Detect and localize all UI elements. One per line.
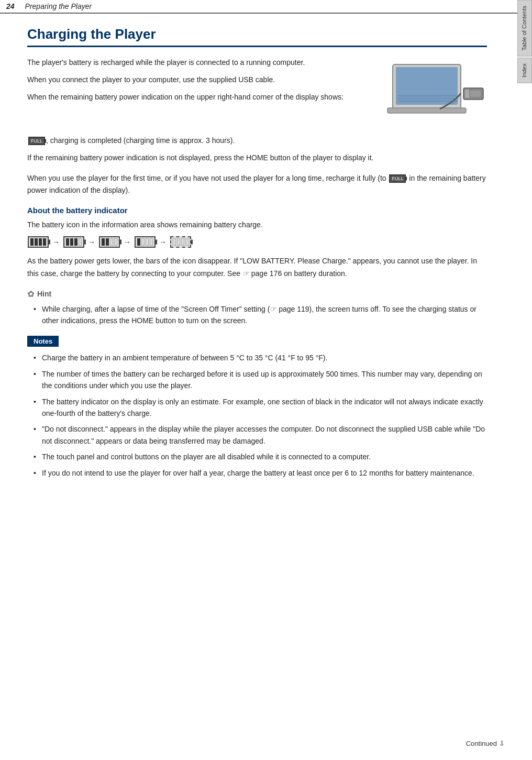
svg-rect-1 (396, 67, 458, 105)
batt-bar-4 (43, 238, 46, 246)
sidebar-tab-index[interactable]: Index (517, 58, 532, 83)
ref-link-1: ☞ (242, 269, 249, 278)
continued-label: Continued (466, 740, 497, 747)
hint-list: While charging, after a lapse of time of… (27, 303, 487, 327)
batt-bar-1 (30, 238, 34, 246)
battery-indicator-heading: About the battery indicator (27, 206, 487, 215)
batt-bar-8 (79, 238, 82, 246)
intro-para-1: The player's battery is recharged while … (27, 57, 372, 69)
continued-footer: Continued ⇩ (466, 740, 505, 747)
batt-bar-13 (137, 238, 140, 246)
page-number: 24 (6, 2, 15, 10)
batt-bar-7 (74, 238, 77, 246)
full-battery-inline-2: FULL (389, 174, 406, 183)
hint-title: ✿ Hint (27, 289, 487, 299)
batt-bar-20 (185, 238, 189, 246)
batt-bar-9 (102, 238, 105, 246)
note-item-1: Charge the battery in an ambient tempera… (34, 352, 487, 364)
batt-bar-6 (70, 238, 73, 246)
batt-bar-18 (177, 238, 180, 246)
batt-bar-2 (35, 238, 38, 246)
notes-list: Charge the battery in an ambient tempera… (27, 352, 487, 479)
batt-bar-5 (66, 238, 69, 246)
note-item-2: The number of times the battery can be r… (34, 368, 487, 392)
batt-bar-19 (181, 238, 184, 246)
note-item-3: The battery indicator on the display is … (34, 396, 487, 420)
intro-section: The player's battery is recharged while … (27, 57, 487, 126)
intro-para-2: When you connect the player to your comp… (27, 74, 372, 86)
batt-bar-15 (146, 238, 149, 246)
charging-complete-para: FULL, charging is completed (charging ti… (27, 135, 487, 147)
right-sidebar: Table of Contents Index (515, 0, 532, 760)
battery-three-quarter-icon (63, 236, 84, 248)
battery-icons-diagram: → → → → (27, 236, 487, 248)
hint-item-1: While charging, after a lapse of time of… (34, 303, 487, 327)
notes-section: Notes Charge the battery in an ambient t… (27, 336, 487, 479)
svg-rect-4 (465, 90, 469, 98)
arrow-2: → (88, 238, 95, 246)
hint-section: ✿ Hint While charging, after a lapse of … (27, 289, 487, 327)
ref-link-2: ☞ (270, 305, 276, 313)
batt-bar-17 (173, 238, 176, 246)
batt-bar-16 (150, 238, 153, 246)
svg-rect-5 (470, 91, 481, 97)
battery-indicator-desc: The battery icon in the information area… (27, 219, 487, 231)
notes-badge: Notes (27, 336, 59, 347)
header-bar: 24 Preparing the Player (0, 0, 532, 14)
laptop-image-container (382, 57, 487, 126)
laptop-svg (382, 57, 487, 125)
hint-icon: ✿ (27, 289, 34, 299)
batt-bar-3 (39, 238, 42, 246)
arrow-4: → (159, 238, 167, 246)
intro-text: The player's battery is recharged while … (27, 57, 372, 126)
battery-half-icon (99, 236, 120, 248)
continued-arrow: ⇩ (499, 740, 505, 747)
batt-bar-10 (106, 238, 109, 246)
arrow-1: → (52, 238, 60, 246)
arrow-3: → (124, 238, 131, 246)
battery-empty-icon (170, 236, 191, 248)
full-battery-inline: FULL (28, 137, 45, 145)
svg-rect-2 (387, 108, 466, 113)
lower-para: As the battery power gets lower, the bar… (27, 255, 487, 279)
batt-bar-12 (114, 238, 117, 246)
battery-quarter-icon (135, 236, 156, 248)
note-item-6: If you do not intend to use the player f… (34, 467, 487, 479)
sidebar-tab-toc[interactable]: Table of Contents (517, 0, 532, 57)
battery-full-icon (28, 236, 49, 248)
batt-bar-14 (141, 238, 145, 246)
intro-para-3: When the remaining battery power indicat… (27, 91, 372, 103)
first-use-para: When you use the player for the first ti… (27, 172, 487, 196)
header-title: Preparing the Player (25, 2, 92, 10)
note-item-5: The touch panel and control buttons on t… (34, 451, 487, 462)
main-content: Charging the Player The player's battery… (0, 14, 514, 500)
page-title: Charging the Player (27, 26, 487, 47)
batt-bar-11 (110, 238, 113, 246)
hint-label: Hint (37, 290, 51, 298)
note-item-4: "Do not disconnect." appears in the disp… (34, 423, 487, 447)
home-button-para: If the remaining battery power indicatio… (27, 152, 487, 164)
